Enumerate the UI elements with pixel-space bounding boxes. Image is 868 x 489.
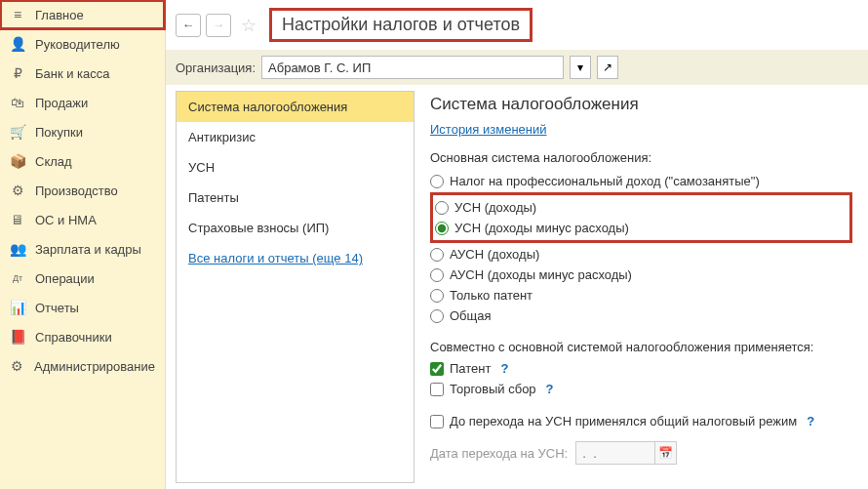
settings-icon: ⚙ <box>10 358 24 374</box>
radio-label: УСН (доходы) <box>454 200 536 215</box>
check-patent[interactable]: Патент ? <box>430 358 852 379</box>
check-transition[interactable]: До перехода на УСН применялся общий нало… <box>430 411 852 431</box>
tab-anticrisis[interactable]: Антикризис <box>177 122 414 152</box>
organization-row: Организация: Абрамов Г. С. ИП ▾ ↗ <box>166 50 868 85</box>
radio-label: Налог на профессиональный доход ("самоза… <box>450 174 760 188</box>
tabs-column: Система налогообложения Антикризис УСН П… <box>176 91 414 483</box>
radio-highlight-group: УСН (доходы) УСН (доходы минус расходы) <box>430 192 852 243</box>
back-button[interactable]: ← <box>176 14 201 37</box>
sidebar: ≡ Главное 👤 Руководителю ₽ Банк и касса … <box>0 0 166 489</box>
radio-usn-income[interactable]: УСН (доходы) <box>435 197 844 218</box>
radio-label: УСН (доходы минус расходы) <box>454 221 629 235</box>
sidebar-item-assets[interactable]: 🖥 ОС и НМА <box>0 205 165 234</box>
date-label: Дата перехода на УСН: <box>430 446 568 461</box>
sidebar-item-label: Покупки <box>35 125 83 140</box>
radio-self-employed[interactable]: Налог на профессиональный доход ("самоза… <box>430 171 852 191</box>
radio-input[interactable] <box>430 309 444 323</box>
tab-usn[interactable]: УСН <box>177 152 414 183</box>
help-icon[interactable]: ? <box>807 414 814 428</box>
checkbox-input[interactable] <box>430 362 444 376</box>
radio-input[interactable] <box>430 289 444 303</box>
tab-tax-system[interactable]: Система налогообложения <box>177 92 414 122</box>
organization-dropdown-button[interactable]: ▾ <box>570 56 591 79</box>
panel-heading: Система налогообложения <box>430 95 852 114</box>
cart-icon: 🛒 <box>10 124 25 140</box>
checkbox-input[interactable] <box>430 383 444 396</box>
sidebar-item-manager[interactable]: 👤 Руководителю <box>0 29 165 59</box>
check-trade-fee[interactable]: Торговый сбор ? <box>430 379 852 399</box>
toolbar: ← → ☆ Настройки налогов и отчетов <box>166 0 868 50</box>
calendar-icon[interactable]: 📅 <box>654 442 676 464</box>
sidebar-item-label: Склад <box>35 154 72 169</box>
radio-label: АУСН (доходы) <box>450 247 539 262</box>
help-icon[interactable]: ? <box>500 361 508 376</box>
help-icon[interactable]: ? <box>546 382 554 396</box>
sidebar-item-label: Руководителю <box>35 37 120 52</box>
radio-general[interactable]: Общая <box>430 306 852 326</box>
sidebar-item-label: Главное <box>35 8 84 22</box>
main-area: ← → ☆ Настройки налогов и отчетов Органи… <box>166 0 868 489</box>
radio-input[interactable] <box>430 268 444 282</box>
panel: Система налогообложения История изменени… <box>414 85 868 489</box>
sidebar-item-operations[interactable]: Дт Операции <box>0 264 165 293</box>
dt-icon: Дт <box>10 270 25 286</box>
checkbox-label: Торговый сбор <box>450 382 536 396</box>
sidebar-item-label: Отчеты <box>35 301 79 315</box>
tab-patents[interactable]: Патенты <box>177 183 414 213</box>
sidebar-item-label: Зарплата и кадры <box>35 242 141 257</box>
sidebar-item-salary[interactable]: 👥 Зарплата и кадры <box>0 234 165 264</box>
radio-label: Только патент <box>450 288 533 303</box>
people-icon: 👥 <box>10 241 25 257</box>
sidebar-item-label: Администрирование <box>34 359 155 374</box>
organization-value: Абрамов Г. С. ИП <box>268 61 371 75</box>
history-link[interactable]: История изменений <box>430 122 547 137</box>
radio-label: Общая <box>450 308 492 323</box>
tab-insurance[interactable]: Страховые взносы (ИП) <box>177 213 414 243</box>
organization-select[interactable]: Абрамов Г. С. ИП <box>261 56 564 79</box>
sidebar-item-label: Банк и касса <box>35 66 110 81</box>
sidebar-item-purchases[interactable]: 🛒 Покупки <box>0 117 165 146</box>
radio-label: АУСН (доходы минус расходы) <box>450 267 632 282</box>
sidebar-item-production[interactable]: ⚙ Производство <box>0 176 165 205</box>
radio-ausn-income[interactable]: АУСН (доходы) <box>430 244 852 265</box>
all-taxes-link[interactable]: Все налоги и отчеты (еще 14) <box>177 243 414 273</box>
radio-input[interactable] <box>430 248 444 262</box>
checkbox-label: До перехода на УСН применялся общий нало… <box>450 414 797 428</box>
organization-label: Организация: <box>176 61 256 75</box>
organization-open-button[interactable]: ↗ <box>597 56 618 79</box>
sidebar-item-sales[interactable]: 🛍 Продажи <box>0 88 165 117</box>
sidebar-item-main[interactable]: ≡ Главное <box>0 0 165 29</box>
date-field[interactable] <box>576 442 654 464</box>
menu-icon: ≡ <box>10 7 25 22</box>
sidebar-item-label: Операции <box>35 271 95 286</box>
sidebar-item-label: Справочники <box>35 330 112 345</box>
sidebar-item-admin[interactable]: ⚙ Администрирование <box>0 351 165 381</box>
main-system-label: Основная система налогообложения: <box>430 150 852 165</box>
content: Система налогообложения Антикризис УСН П… <box>166 85 868 489</box>
sidebar-item-label: ОС и НМА <box>35 213 97 227</box>
sidebar-item-label: Продажи <box>35 96 88 110</box>
date-input-wrapper: 📅 <box>575 441 677 465</box>
checkbox-label: Патент <box>450 361 491 376</box>
sidebar-item-warehouse[interactable]: 📦 Склад <box>0 146 165 176</box>
date-row: Дата перехода на УСН: 📅 <box>430 441 852 465</box>
book-icon: 📕 <box>10 329 25 345</box>
sidebar-item-directories[interactable]: 📕 Справочники <box>0 322 165 351</box>
sidebar-item-label: Производство <box>35 183 118 198</box>
radio-input[interactable] <box>435 201 449 215</box>
radio-patent-only[interactable]: Только патент <box>430 285 852 306</box>
gear-icon: ⚙ <box>10 183 25 198</box>
ruble-icon: ₽ <box>10 65 25 81</box>
sidebar-item-bank[interactable]: ₽ Банк и касса <box>0 59 165 88</box>
radio-usn-income-expense[interactable]: УСН (доходы минус расходы) <box>435 218 844 238</box>
favorite-icon[interactable]: ☆ <box>241 15 256 36</box>
sidebar-item-reports[interactable]: 📊 Отчеты <box>0 293 165 322</box>
radio-ausn-income-expense[interactable]: АУСН (доходы минус расходы) <box>430 265 852 285</box>
checkbox-input[interactable] <box>430 415 444 428</box>
radio-input[interactable] <box>430 175 444 188</box>
forward-button[interactable]: → <box>206 14 231 37</box>
page-title: Настройки налогов и отчетов <box>269 8 533 42</box>
radio-input[interactable] <box>435 222 449 235</box>
person-icon: 👤 <box>10 36 25 52</box>
combo-label: Совместно с основной системой налогообло… <box>430 340 852 354</box>
